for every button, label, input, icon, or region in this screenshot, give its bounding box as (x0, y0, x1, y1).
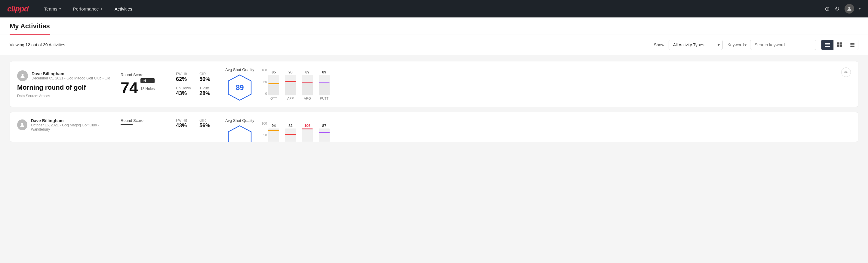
stat-1putt: 1 Putt 28% (199, 86, 218, 96)
view-list-compact-button[interactable] (822, 40, 834, 50)
search-input[interactable] (750, 40, 816, 50)
svg-rect-11 (851, 45, 855, 46)
activity-card: Dave Billingham December 05, 2021 - Gog … (10, 61, 858, 107)
toolbar: Viewing 12 out of 29 Activities Show: Al… (0, 35, 868, 55)
quality-section: Avg Shot Quality 89 100 50 0 (225, 67, 834, 101)
user-name: Dave Billingham (31, 118, 114, 123)
logo[interactable]: clippd (7, 4, 29, 13)
quality-section: Avg Shot Quality 100 50 0 (225, 118, 851, 142)
svg-rect-9 (851, 43, 855, 43)
page-header: My Activities (0, 18, 868, 35)
score-label: Round Score (121, 72, 169, 77)
chart-bar-arg: 89 (302, 70, 313, 95)
stats-section: FW Hit 62% GIR 50% Up/Down 43% 1 Putt 28… (176, 72, 218, 96)
svg-rect-7 (840, 45, 842, 47)
nav-activities[interactable]: Activities (110, 4, 137, 14)
avatar-chevron-icon: ▾ (859, 7, 861, 11)
score-section: Round Score 74 +4 18 Holes (121, 72, 169, 96)
card-user: Dave Billingham October 16, 2021 - Gog M… (17, 118, 114, 132)
svg-rect-8 (850, 43, 850, 43)
keywords-section: Keywords: (727, 40, 816, 50)
score-placeholder (121, 124, 133, 125)
view-grid-button[interactable] (834, 40, 846, 50)
score-holes: 18 Holes (141, 87, 155, 91)
user-name: Dave Billingham (32, 71, 110, 76)
stats-section: FW Hit 43% GIR 56% (176, 118, 218, 129)
chart-x-labels: OTT APP ARG PUTT (268, 96, 330, 100)
chart-y-axis: 100 50 0 (262, 68, 267, 95)
svg-rect-2 (825, 45, 830, 45)
chart-bar-ott: 85 (268, 70, 279, 95)
edit-button[interactable]: ✏ (841, 67, 851, 77)
svg-rect-3 (825, 46, 830, 47)
svg-marker-17 (228, 126, 251, 142)
add-button[interactable]: ⊕ (825, 5, 830, 12)
activity-card: Dave Billingham October 16, 2021 - Gog M… (10, 112, 858, 142)
svg-rect-6 (837, 45, 839, 47)
chart-bar-app: 90 (285, 70, 296, 95)
navigation: clippd Teams ▾ Performance ▾ Activities … (0, 0, 868, 18)
quality-label: Avg Shot Quality (225, 67, 254, 72)
hexagon: 89 (228, 74, 252, 101)
filter-section: Show: All Activity Types (654, 40, 723, 50)
svg-point-16 (21, 123, 23, 125)
view-list-detail-button[interactable] (846, 40, 858, 50)
card-user: Dave Billingham December 05, 2021 - Gog … (17, 70, 114, 81)
chart-y-axis: 100 50 0 (262, 122, 267, 142)
hexagon-container (225, 125, 254, 142)
chart-bars: 94 82 (268, 122, 330, 142)
svg-rect-10 (850, 45, 850, 46)
data-source: Data Source: Arccos (17, 94, 114, 98)
hexagon (228, 125, 252, 142)
quality-label: Avg Shot Quality (225, 118, 254, 123)
card-title: Morning round of golf (17, 84, 114, 91)
nav-right-actions: ⊕ ↻ ▾ (825, 4, 861, 13)
stat-gir: GIR 56% (199, 118, 218, 129)
card-left: Dave Billingham December 05, 2021 - Gog … (17, 70, 114, 98)
performance-chevron-icon: ▾ (101, 7, 102, 11)
svg-rect-4 (837, 42, 839, 45)
user-date: December 05, 2021 - Gog Magog Golf Club … (32, 76, 110, 80)
stat-updown: Up/Down 43% (176, 86, 195, 96)
chart-bars: 85 90 (268, 68, 330, 95)
hexagon-container: 89 (225, 74, 254, 101)
score-label: Round Score (121, 118, 169, 123)
view-toggle (821, 40, 858, 50)
shot-quality-chart: 100 50 0 85 (262, 68, 834, 100)
avatar[interactable] (844, 4, 854, 13)
svg-point-14 (22, 74, 24, 76)
svg-rect-13 (851, 46, 855, 47)
nav-teams[interactable]: Teams ▾ (39, 4, 66, 14)
score-diff: +4 (141, 78, 155, 83)
activity-type-select[interactable]: All Activity Types (669, 40, 723, 50)
show-label: Show: (654, 42, 665, 47)
viewing-info: Viewing 12 out of 29 Activities (10, 42, 649, 47)
shot-quality-chart: 100 50 0 94 (262, 122, 851, 142)
score-number: 74 (121, 80, 138, 96)
teams-chevron-icon: ▾ (59, 7, 61, 11)
quality-score: 89 (236, 83, 244, 92)
user-date: October 16, 2021 - Gog Magog Golf Club -… (31, 123, 114, 132)
chart-bar-arg: 106 (302, 124, 313, 142)
page-title: My Activities (10, 22, 50, 35)
chart-bar-putt: 87 (319, 124, 330, 142)
stat-gir: GIR 50% (199, 72, 218, 83)
svg-rect-12 (850, 46, 850, 47)
svg-rect-5 (840, 42, 842, 45)
chart-bar-ott: 94 (268, 124, 279, 142)
stat-fw-hit: FW Hit 62% (176, 72, 195, 83)
svg-point-0 (848, 7, 850, 9)
svg-rect-1 (825, 43, 830, 43)
card-left: Dave Billingham October 16, 2021 - Gog M… (17, 118, 114, 134)
keywords-label: Keywords: (727, 42, 747, 47)
refresh-button[interactable]: ↻ (835, 5, 840, 12)
avatar (17, 119, 27, 130)
nav-performance[interactable]: Performance ▾ (68, 4, 107, 14)
avatar (17, 70, 28, 81)
score-section: Round Score (121, 118, 169, 125)
chart-bar-app: 82 (285, 124, 296, 142)
activities-list: Dave Billingham December 05, 2021 - Gog … (0, 55, 868, 148)
nav-items: Teams ▾ Performance ▾ Activities (39, 4, 825, 14)
stat-fw-hit: FW Hit 43% (176, 118, 195, 129)
activity-type-select-wrapper[interactable]: All Activity Types (669, 40, 723, 50)
